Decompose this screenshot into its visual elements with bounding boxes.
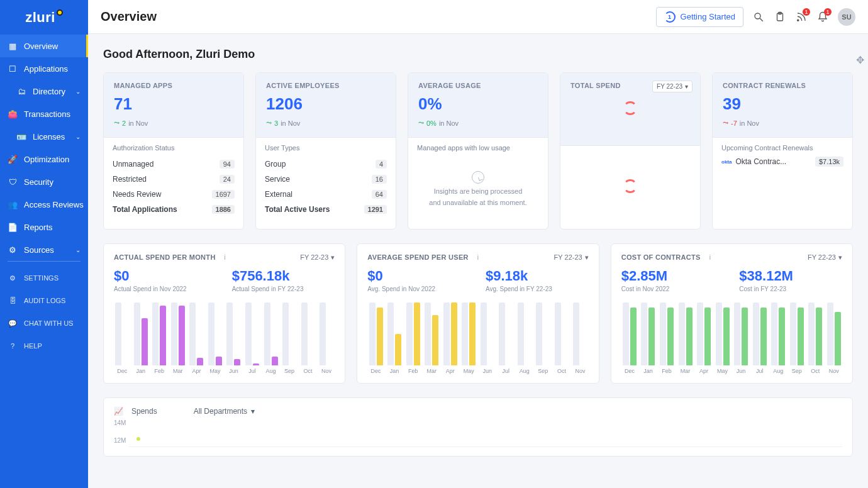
- card-label: MANAGED APPS: [114, 82, 233, 89]
- bar-column: Sep: [281, 302, 298, 374]
- bar-avg: [469, 302, 476, 365]
- bar-actual: [160, 306, 166, 365]
- bar-budget: [518, 302, 524, 365]
- sidebar-item-directory[interactable]: 🗂Directory⌄: [0, 80, 88, 103]
- card-active-employees: ACTIVE EMPLOYEES 1206 ⤳3in Nov User Type…: [255, 72, 396, 230]
- stat-row[interactable]: Restricted24: [113, 172, 235, 187]
- fy-selector[interactable]: FY 22-23▾: [652, 80, 693, 92]
- info-icon[interactable]: i: [706, 253, 715, 262]
- sidebar-item-reports[interactable]: 📄Reports: [0, 216, 88, 238]
- bar-column: Mar: [677, 302, 694, 374]
- sidebar-item-optimization[interactable]: 🚀Optimization: [0, 148, 88, 170]
- bar-budget: [827, 302, 833, 365]
- search-icon[interactable]: [752, 11, 765, 23]
- sidebar-item-label: Directory: [33, 87, 65, 96]
- bar-label: Jun: [229, 368, 238, 374]
- help-icon: ?: [8, 341, 18, 351]
- stat-row[interactable]: External64: [265, 187, 387, 202]
- svg-point-0: [755, 13, 760, 19]
- chart-title: COST OF CONTRACTS: [621, 253, 701, 261]
- info-icon[interactable]: i: [221, 253, 230, 262]
- move-handle-icon[interactable]: ✥: [856, 54, 864, 66]
- topbar: Overview Getting Started 1 1 SU: [88, 0, 868, 34]
- fy-selector[interactable]: FY 22-23 ▾: [300, 253, 335, 262]
- feed-icon[interactable]: 1: [795, 11, 808, 23]
- sub-title: Authorization Status: [113, 144, 235, 152]
- bar-label: Sep: [284, 368, 294, 374]
- bar-budget: [134, 302, 140, 365]
- bell-icon[interactable]: 1: [816, 11, 829, 23]
- sidebar-item-label: SETTINGS: [24, 274, 58, 282]
- getting-started-button[interactable]: Getting Started: [656, 7, 743, 27]
- bar-budget: [536, 302, 542, 365]
- stat-row[interactable]: Group4: [265, 157, 387, 172]
- stat-row[interactable]: Service16: [265, 172, 387, 187]
- trend-down-icon: ⤳: [723, 119, 728, 127]
- sidebar-item-label: CHAT WITH US: [24, 319, 73, 327]
- sidebar-item-label: Access Reviews: [24, 200, 84, 209]
- bar-budget: [573, 302, 579, 365]
- fy-selector[interactable]: FY 22-23 ▾: [554, 253, 589, 262]
- bar-label: Aug: [520, 368, 530, 374]
- info-icon[interactable]: i: [474, 253, 482, 262]
- stat-row[interactable]: Unmanaged94: [113, 157, 235, 172]
- bar-column: Oct: [807, 302, 824, 374]
- sidebar-footer-settings[interactable]: ⚙SETTINGS: [0, 267, 88, 289]
- nav-separator: [8, 261, 81, 262]
- sidebar-footer-help[interactable]: ?HELP: [0, 335, 88, 357]
- license-icon: 🪪: [16, 131, 26, 141]
- sidebar-item-label: Optimization: [24, 155, 69, 164]
- feed-badge: 1: [803, 8, 810, 16]
- bar-budget: [171, 302, 177, 365]
- bar-column: Jul: [751, 302, 768, 374]
- sidebar-item-applications[interactable]: ☐Applications: [0, 57, 88, 80]
- bar-column: Jul: [244, 302, 261, 374]
- metric-value: $9.18k: [486, 268, 589, 284]
- bar-cost: [779, 308, 785, 365]
- bar-budget: [660, 302, 666, 365]
- sidebar-item-security[interactable]: 🛡Security: [0, 170, 88, 193]
- metric-sublabel: Actual Spend in Nov 2022: [114, 286, 217, 292]
- spend-icon: 📈: [114, 407, 123, 416]
- sidebar-footer-audit-logs[interactable]: 🗄AUDIT LOGS: [0, 289, 88, 312]
- bar-column: Dec: [621, 302, 638, 374]
- sidebar-item-overview[interactable]: ▦Overview: [0, 35, 88, 57]
- metric-sublabel: Avg. Spend in FY 22-23: [486, 286, 589, 292]
- content-area: Good Afternoon, Zluri Demo ✥ MANAGED APP…: [88, 34, 868, 488]
- sidebar-item-transactions[interactable]: 👛Transactions: [0, 103, 88, 125]
- clipboard-icon[interactable]: [774, 11, 786, 23]
- spend-tab[interactable]: Spends: [131, 407, 157, 416]
- bar-budget: [555, 302, 561, 365]
- bar-column: Feb: [659, 302, 676, 374]
- chevron-down-icon: ▾: [685, 83, 688, 90]
- fy-selector[interactable]: FY 22-23 ▾: [808, 253, 842, 262]
- price-pill: $7.13k: [815, 157, 843, 167]
- bar-budget: [462, 302, 468, 365]
- bar-column: Apr: [442, 302, 459, 374]
- bar-column: Oct: [554, 302, 570, 374]
- sidebar-item-access-reviews[interactable]: 👥Access Reviews: [0, 193, 88, 216]
- insight-placeholder: Insights are being processed and unavail…: [417, 157, 539, 220]
- trend-up-icon: ⤳: [418, 119, 424, 127]
- y-tick: 12M: [114, 437, 126, 444]
- metric-sublabel: Cost in Nov 2022: [621, 286, 725, 292]
- bar-column: Aug: [262, 302, 279, 374]
- bar-label: Nov: [575, 368, 585, 374]
- clock-icon: [472, 171, 484, 184]
- sidebar-item-sources[interactable]: ⚙Sources⌄: [0, 238, 88, 256]
- stat-row[interactable]: Needs Review1697: [113, 187, 235, 202]
- bar-label: Dec: [371, 368, 381, 374]
- renewal-item[interactable]: okta Okta Contrac... $7.13k: [721, 157, 843, 167]
- bar-budget: [115, 302, 121, 365]
- sidebar-footer-chat-with-us[interactable]: 💬CHAT WITH US: [0, 312, 88, 335]
- card-contract-renewals: CONTRACT RENEWALS 39 ⤳-7in Nov Upcoming …: [712, 72, 853, 230]
- department-selector[interactable]: All Departments ▾: [194, 407, 255, 416]
- avatar[interactable]: SU: [838, 8, 855, 26]
- bar-column: Mar: [423, 302, 440, 374]
- bar-cost: [648, 308, 655, 365]
- bar-column: Dec: [367, 302, 384, 374]
- bar-label: Dec: [117, 368, 127, 374]
- bar-cost: [630, 308, 637, 365]
- bar-label: Aug: [773, 368, 783, 374]
- sidebar-item-licenses[interactable]: 🪪Licenses⌄: [0, 125, 88, 148]
